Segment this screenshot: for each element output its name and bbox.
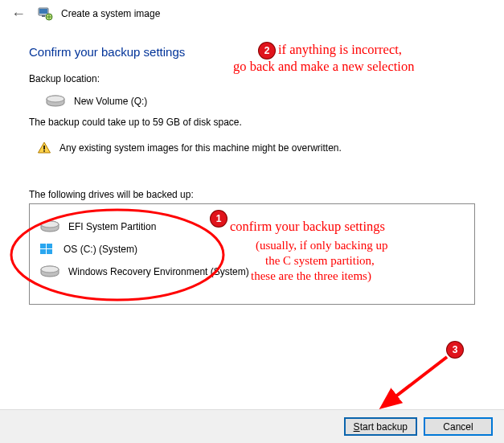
window-title: Create a system image xyxy=(61,8,160,19)
warning-row: Any existing system images for this mach… xyxy=(29,139,475,160)
drive-row-os: OS (C:) (System) xyxy=(39,238,465,260)
system-image-icon xyxy=(37,6,53,22)
svg-point-15 xyxy=(41,266,59,273)
svg-rect-6 xyxy=(43,146,45,150)
drive-row-efi: EFI System Partition xyxy=(39,215,465,238)
annotation-badge-3: 3 xyxy=(447,342,463,358)
start-backup-mnemonic: S xyxy=(354,421,360,433)
backup-location-row: New Volume (Q:) xyxy=(29,89,475,115)
svg-point-5 xyxy=(47,96,64,102)
drives-list: EFI System Partition OS (C:) (System) xyxy=(29,203,475,305)
backup-location-value: New Volume (Q:) xyxy=(74,96,147,107)
windows-logo-icon xyxy=(39,242,55,256)
warning-icon xyxy=(37,141,51,155)
svg-rect-2 xyxy=(42,15,45,17)
annotation-arrow xyxy=(370,352,458,415)
size-estimate: The backup could take up to 59 GB of dis… xyxy=(29,117,475,128)
content-area: Confirm your backup settings Backup loca… xyxy=(0,26,504,305)
drive-name: Windows Recovery Environment (System) xyxy=(68,266,249,277)
svg-rect-10 xyxy=(40,244,46,248)
svg-rect-7 xyxy=(43,150,45,152)
dialog-footer: Start backup Cancel xyxy=(0,409,504,443)
page-heading: Confirm your backup settings xyxy=(29,45,475,59)
titlebar: ← Create a system image xyxy=(0,0,504,26)
svg-point-9 xyxy=(41,221,59,228)
drive-row-recovery: Windows Recovery Environment (System) xyxy=(39,260,465,283)
start-backup-button[interactable]: Start backup xyxy=(344,417,417,436)
cancel-button[interactable]: Cancel xyxy=(424,417,493,436)
hard-drive-icon xyxy=(45,94,66,109)
hard-drive-icon xyxy=(39,265,60,279)
drive-name: OS (C:) (System) xyxy=(64,244,137,255)
svg-rect-13 xyxy=(47,249,52,254)
svg-rect-1 xyxy=(39,9,47,14)
back-button[interactable]: ← xyxy=(8,5,29,23)
svg-rect-12 xyxy=(40,249,46,254)
svg-rect-11 xyxy=(47,244,52,248)
hard-drive-icon xyxy=(39,219,60,234)
backup-location-label: Backup location: xyxy=(29,73,475,84)
warning-text: Any existing system images for this mach… xyxy=(59,142,342,154)
start-backup-rest: tart backup xyxy=(360,421,408,433)
drives-list-label: The following drives will be backed up: xyxy=(29,189,475,200)
drive-name: EFI System Partition xyxy=(68,221,156,232)
